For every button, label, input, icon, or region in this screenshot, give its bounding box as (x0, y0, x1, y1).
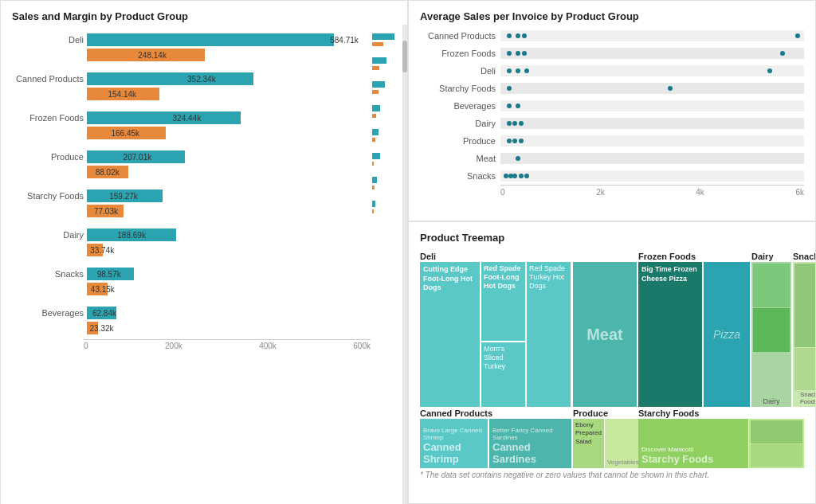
bar-canned-sales-value: 352.34k (187, 75, 216, 84)
bar-snacks-sales: 98.57k (87, 268, 134, 280)
tm-cutting-edge: Cutting Edge Foot-Long Hot Dogs (420, 262, 480, 407)
tm-dairy-body: Dairy (751, 262, 791, 407)
dot-area-dairy (500, 118, 804, 129)
dot-axis: 0 2k 4k 6k (500, 188, 804, 197)
bar-row-starchy-sales: Starchy Foods 159.27k (12, 189, 371, 202)
dot-frozen-1 (507, 51, 512, 56)
bar-beverages-sales-value: 62.84k (92, 309, 116, 318)
bar-deli-margin-value: 248.14k (138, 51, 167, 60)
bar-frozen-margin-value: 166.45k (112, 129, 140, 138)
bar-group-deli: Deli 584.71k 248.14k (12, 33, 371, 61)
bar-row-beverages-margin: 23.32k (12, 322, 371, 334)
small-bar-snacks (372, 177, 396, 189)
tm-snacks-body: Snack Foods (793, 262, 816, 407)
tm-dairy-block3 (753, 353, 790, 397)
dot-area-produce (500, 135, 804, 147)
small-bar-teal (372, 105, 380, 111)
small-bar-teal (372, 57, 386, 64)
bar-row-deli-sales: Deli 584.71k (12, 33, 371, 46)
dot-area-deli (500, 65, 804, 76)
tm-snacks-block1 (794, 264, 816, 347)
dot-starchy-1 (507, 86, 512, 91)
small-bar-teal (372, 177, 377, 183)
bar-group-dairy: Dairy 188.69k 33.74k (12, 229, 371, 256)
small-bar-teal (372, 201, 375, 207)
tm-fancy-sardines: Better Fancy Canned Sardines Canned Sard… (489, 419, 571, 468)
dot-axis-2k: 2k (596, 188, 605, 197)
dot-label-frozen: Frozen Foods (420, 49, 496, 58)
small-bar-orange (372, 42, 383, 46)
tm-pizza-block: Pizza (704, 262, 750, 407)
bar-label-starchy: Starchy Foods (12, 191, 84, 201)
small-bar-beverages (372, 201, 396, 213)
dot-axis-6k: 6k (795, 188, 804, 197)
bar-row-snacks-margin: 43.15k (12, 283, 371, 295)
tm-moms-sliced: Mom's Sliced Turkey (481, 342, 525, 407)
avg-sales-panel: Average Sales per Invoice by Product Gro… (408, 0, 816, 221)
small-bar-orange (372, 209, 374, 213)
main-bar-chart: Deli 584.71k 248.14k (12, 30, 371, 350)
bar-canned-margin-value: 154.14k (108, 90, 137, 99)
treemap-row2: Canned Products Bravo Large Canned Shrim… (420, 408, 804, 468)
axis-0: 0 (84, 342, 88, 350)
bar-snacks-sales-value: 98.57k (97, 270, 121, 279)
small-bar-orange (372, 114, 376, 118)
dot-dairy-1 (507, 121, 512, 126)
dot-row-snacks: Snacks (420, 170, 804, 182)
small-bar-orange (372, 186, 375, 189)
tm-dairy-block2 (753, 308, 790, 352)
small-bar-orange (372, 90, 379, 94)
dot-label-beverages: Beverages (420, 101, 496, 111)
dot-deli-1 (507, 68, 512, 73)
tm-starchy-section: Starchy Foods Discover Manicotti Starchy… (638, 408, 804, 468)
dot-row-beverages: Beverages (420, 100, 804, 111)
bar-group-beverages: Beverages 62.84k 23.32k (12, 307, 371, 334)
bar-beverages-margin: 23.32k (87, 322, 98, 334)
tm-frozen-section: Frozen Foods Big Time Frozen Cheese Pizz… (638, 252, 750, 407)
sales-margin-title: Sales and Margin by Product Group (12, 10, 396, 22)
dot-frozen-4 (780, 51, 785, 56)
dot-row-frozen: Frozen Foods (420, 48, 804, 59)
bar-canned-margin: 154.14k (87, 88, 159, 100)
small-bar-teal (372, 153, 380, 159)
bar-label-dairy: Dairy (12, 230, 84, 240)
dot-produce-2 (512, 139, 517, 143)
tm-sardines-name: Better Fancy Canned Sardines (492, 427, 568, 441)
bar-dairy-margin: 33.74k (87, 244, 103, 256)
tm-canned-shrimp-label: Canned Shrimp (423, 441, 484, 465)
treemap-container: Deli Cutting Edge Foot-Long Hot Dogs Red… (420, 252, 804, 407)
scrollbar[interactable] (402, 25, 407, 504)
dot-label-deli: Deli (420, 66, 496, 76)
tm-produce-body: Ebony Prepared Salad Vegetables (573, 419, 637, 468)
tm-dairy-block1 (753, 264, 790, 307)
dot-canned-3 (522, 33, 527, 38)
dot-deli-4 (767, 68, 772, 73)
tm-bravo-shrimp: Bravo Large Canned Shrimp Canned Shrimp (420, 419, 488, 468)
tm-starchy-small (749, 419, 804, 468)
dot-produce-3 (519, 139, 524, 143)
dot-row-produce: Produce (420, 135, 804, 147)
dot-snacks-1 (504, 174, 508, 178)
tm-snacks-section: Snacks Snack Foods (793, 252, 816, 407)
tm-cutting-edge-label: Cutting Edge Foot-Long Hot Dogs (423, 265, 473, 291)
tm-meat-label: Meat (586, 326, 623, 344)
bar-produce-margin: 88.02k (87, 166, 128, 178)
tm-manicotti-name: Discover Manicotti (641, 446, 745, 453)
dot-area-canned (500, 30, 804, 41)
small-bar-teal (372, 129, 379, 135)
axis-200k: 200k (165, 342, 182, 350)
dot-frozen-3 (522, 51, 527, 56)
dot-starchy-2 (668, 86, 673, 91)
dot-area-snacks (500, 170, 804, 182)
tm-starchy-block2 (751, 444, 802, 467)
bar-snacks-margin-value: 43.15k (91, 285, 115, 294)
bar-axis: 0 200k 400k 600k (84, 342, 371, 350)
bar-produce-margin-value: 88.02k (96, 168, 120, 177)
small-bar-orange (372, 162, 374, 166)
dot-produce-1 (507, 139, 512, 143)
bar-starchy-margin: 77.03k (87, 205, 124, 217)
bar-group-produce: Produce 207.01k 88.02k (12, 150, 371, 178)
bar-chart: Deli 584.71k 248.14k (12, 30, 371, 334)
bar-group-frozen: Frozen Foods 324.44k 166.45 (12, 111, 371, 139)
small-bar-orange (372, 138, 375, 142)
